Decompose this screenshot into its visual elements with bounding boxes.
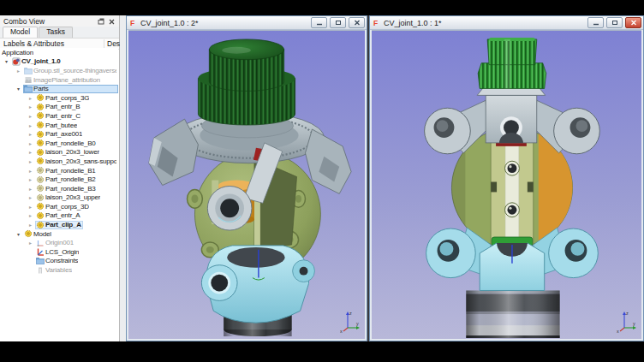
tree-item[interactable]: ▸laison_20x3_upper	[0, 193, 118, 203]
3d-view-front[interactable]: z y x	[372, 30, 641, 339]
chevron-right-icon[interactable]: ▸	[26, 140, 35, 146]
minimize-button[interactable]	[587, 17, 604, 28]
cad-model-front[interactable]	[372, 31, 641, 339]
restore-button[interactable]	[330, 17, 346, 28]
tree-item-label: Part_rondelle_B2	[45, 175, 96, 183]
chevron-right-icon[interactable]: ▸	[26, 158, 35, 164]
tree-item-label: Part_rondelle_B3	[45, 185, 96, 193]
close-button[interactable]	[625, 17, 641, 28]
tree: Application▾CV_joint_1.0▸Group.stl_sourc…	[0, 48, 118, 341]
tree-item[interactable]: ▸Part_rondelle_B3	[0, 184, 118, 193]
tree-item[interactable]: ▸Part_butee	[0, 121, 118, 130]
chevron-right-icon[interactable]: ▸	[26, 194, 35, 200]
tree-item[interactable]: ▾Parts	[0, 84, 118, 93]
tree-item[interactable]: ▸Part_rondelle_B2	[0, 175, 118, 184]
chevron-right-icon[interactable]: ▸	[14, 68, 23, 74]
tree-item[interactable]: ▸Part_clip_A	[0, 220, 118, 229]
axis-indicator: z y x	[617, 308, 639, 334]
chevron-right-icon[interactable]: ▸	[26, 95, 35, 101]
tree-item-content: Variables	[35, 266, 74, 275]
tab-tasks[interactable]: Tasks	[39, 27, 73, 38]
tree-item[interactable]: ▸laison_20x3_sans-support	[0, 157, 118, 166]
close-panel-icon[interactable]	[107, 18, 116, 26]
cad-model-iso[interactable]	[128, 31, 365, 339]
tree-item[interactable]: ▸Group.stl_source-thingaverse	[0, 66, 118, 75]
tree-item-content: laison_20x3_lower	[35, 148, 101, 157]
chevron-right-icon[interactable]: ▸	[26, 222, 35, 228]
column-labels-attributes[interactable]: Labels & Attributes	[3, 39, 104, 48]
viewport-window-1: F CV_joint_1.0 : 1*	[369, 15, 644, 341]
tree-item[interactable]: ImagePlane_attribution	[0, 75, 118, 85]
tree-item[interactable]: ▸Part_corps_3G	[0, 93, 118, 103]
tree-item[interactable]: ▸Origin001	[0, 238, 118, 247]
folder-icon	[23, 66, 33, 74]
tree-item[interactable]: ▸Part_corps_3D	[0, 202, 118, 211]
tree-item[interactable]: ▸Part_rondelle_B1	[0, 166, 118, 175]
chevron-right-icon[interactable]: ▸	[26, 168, 35, 174]
freecad-workspace: Combo View Model Tasks Labels & Attribut…	[0, 15, 644, 341]
tree-item[interactable]: ▸Part_entr_A	[0, 211, 118, 221]
part-yellow-icon	[35, 130, 45, 139]
close-button[interactable]	[349, 17, 365, 28]
chevron-down-icon[interactable]: ▾	[14, 231, 23, 237]
tree-item[interactable]: ▸Part_entr_C	[0, 111, 118, 121]
part-green-knob[interactable]	[198, 39, 295, 138]
tree-item-content: laison_20x3_sans-support	[35, 157, 118, 165]
tree-item-label: Part_butee	[45, 122, 77, 129]
tree-item-label: Part_corps_3G	[45, 94, 89, 102]
panel-tabs: Model Tasks	[0, 27, 119, 39]
viewport1-titlebar[interactable]: F CV_joint_1.0 : 1*	[370, 16, 643, 30]
tree-item[interactable]: LCS_Origin	[0, 247, 118, 257]
chevron-right-icon[interactable]: ▸	[26, 149, 35, 155]
tree-item[interactable]: ▸Part_rondelle_B0	[0, 139, 118, 148]
tree-item-label: Part_entr_B	[45, 103, 80, 110]
chevron-down-icon[interactable]: ▾	[2, 58, 11, 64]
chevron-right-icon[interactable]: ▸	[26, 186, 35, 192]
panel-splitter[interactable]	[120, 15, 126, 341]
minimize-button[interactable]	[311, 17, 327, 28]
tree-item-label: Origin001	[45, 239, 74, 246]
chevron-right-icon[interactable]: ▸	[26, 104, 35, 110]
part-yellow-icon	[35, 139, 45, 147]
part-yellow-icon	[35, 111, 45, 120]
tree-item[interactable]: ▾Model	[0, 229, 118, 239]
3d-view-iso[interactable]: z y x	[128, 30, 365, 339]
chevron-down-icon[interactable]: ▾	[14, 86, 23, 92]
panel-titlebar[interactable]: Combo View	[0, 15, 119, 27]
viewport2-titlebar[interactable]: F CV_joint_1.0 : 2*	[127, 16, 367, 30]
chevron-right-icon[interactable]: ▸	[26, 122, 35, 128]
tree-item[interactable]: Constraints	[0, 257, 118, 266]
tree-item-content: CV_joint_1.0	[11, 57, 63, 66]
column-description[interactable]: Des	[104, 39, 119, 48]
part-base-cylinder[interactable]	[466, 290, 559, 338]
axis-indicator: z y x	[340, 308, 362, 334]
tree-item[interactable]: ▾CV_joint_1.0	[0, 57, 118, 67]
tree-item[interactable]: Variables	[0, 265, 118, 275]
tree-item-label: Part_entr_A	[45, 211, 80, 219]
chevron-right-icon[interactable]: ▸	[26, 240, 35, 246]
tree-item[interactable]: Application	[0, 48, 118, 57]
part-gray-yoke[interactable]	[425, 86, 600, 153]
tree-item-content: ImagePlane_attribution	[23, 75, 102, 84]
chevron-right-icon[interactable]: ▸	[26, 204, 35, 210]
tree-item[interactable]: ▸Part_axe001	[0, 129, 118, 139]
float-panel-icon[interactable]	[96, 18, 105, 26]
tree-item-label: Application	[2, 49, 33, 56]
folder-icon	[23, 85, 33, 93]
restore-button[interactable]	[606, 17, 623, 28]
part-yellow-icon	[35, 157, 45, 165]
chevron-right-icon[interactable]: ▸	[26, 176, 35, 182]
tree-item-label: ImagePlane_attribution	[33, 76, 100, 84]
tree-item-content: Part_corps_3G	[35, 93, 91, 102]
tree-item-label: laison_20x3_sans-support	[45, 157, 116, 165]
chevron-right-icon[interactable]: ▸	[26, 131, 35, 137]
part-green-knob[interactable]	[478, 38, 546, 89]
chevron-right-icon[interactable]: ▸	[26, 113, 35, 119]
tree-item[interactable]: ▸laison_20x3_lower	[0, 148, 118, 157]
part-cyan-yoke[interactable]	[201, 246, 314, 323]
chevron-right-icon[interactable]: ▸	[26, 212, 35, 218]
tree-item-label: LCS_Origin	[45, 248, 79, 256]
freecad-doc-icon	[11, 57, 21, 66]
tab-model[interactable]: Model	[3, 27, 38, 38]
tree-item[interactable]: ▸Part_entr_B	[0, 103, 118, 112]
